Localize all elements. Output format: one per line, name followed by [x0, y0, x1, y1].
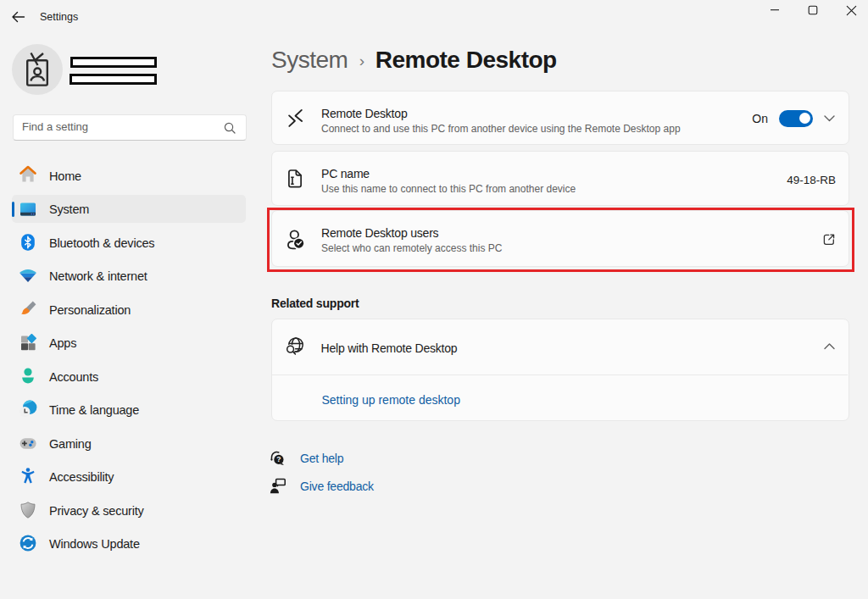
svg-text:?: ? [276, 455, 281, 463]
